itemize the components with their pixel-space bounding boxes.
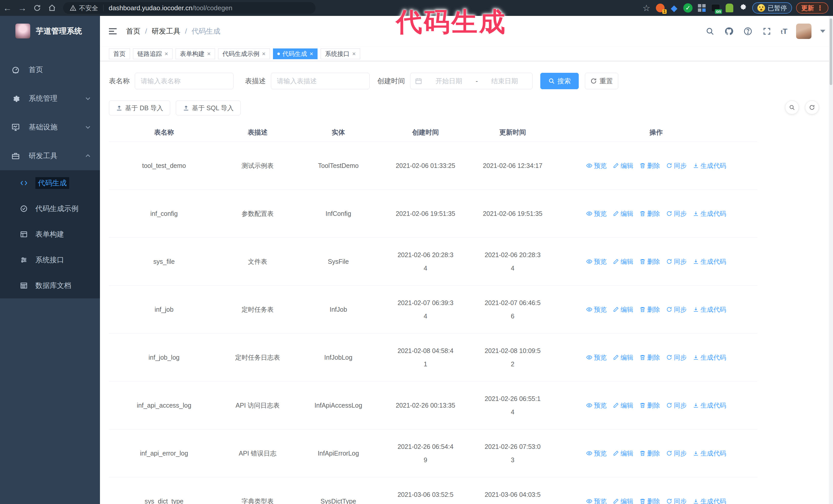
sync-link[interactable]: 同步 <box>666 447 687 460</box>
sync-link[interactable]: 同步 <box>666 399 687 412</box>
delete-link[interactable]: 删除 <box>640 351 660 364</box>
import-db-button[interactable]: 基于 DB 导入 <box>109 100 170 115</box>
reload-icon[interactable] <box>30 2 45 14</box>
import-sql-button[interactable]: 基于 SQL 导入 <box>176 100 241 115</box>
not-secure-warning[interactable]: 不安全 <box>70 4 98 12</box>
generate-code-link[interactable]: 生成代码 <box>693 351 726 364</box>
edit-link[interactable]: 编辑 <box>613 495 633 504</box>
sync-link[interactable]: 同步 <box>666 159 687 172</box>
breadcrumb-devtools[interactable]: 研发工具 <box>152 26 181 36</box>
sidebar-item-codegen[interactable]: 代码生成 <box>0 170 100 196</box>
search-button[interactable]: 搜索 <box>540 73 579 89</box>
edit-link[interactable]: 编辑 <box>613 447 633 460</box>
back-icon[interactable]: ← <box>0 2 15 14</box>
toggle-search-button[interactable] <box>785 100 799 114</box>
delete-link[interactable]: 删除 <box>640 447 660 460</box>
help-icon[interactable] <box>743 26 753 37</box>
sidebar-item-db-doc[interactable]: 数据库文档 <box>0 273 100 298</box>
date-range-picker[interactable]: 开始日期 - 结束日期 <box>410 73 532 89</box>
sync-link[interactable]: 同步 <box>666 207 687 220</box>
generate-code-link[interactable]: 生成代码 <box>693 255 726 268</box>
avatar[interactable] <box>796 24 811 39</box>
preview-link[interactable]: 预览 <box>586 207 607 220</box>
kebab-menu-icon[interactable]: ⋮ <box>816 4 823 12</box>
generate-code-link[interactable]: 生成代码 <box>693 399 726 412</box>
sync-link[interactable]: 同步 <box>666 303 687 316</box>
tab-home[interactable]: 首页 <box>109 48 130 59</box>
generate-code-link[interactable]: 生成代码 <box>693 495 726 504</box>
sidebar-item-system-api[interactable]: 系统接口 <box>0 247 100 273</box>
preview-link[interactable]: 预览 <box>586 495 607 504</box>
edit-link[interactable]: 编辑 <box>613 159 633 172</box>
sidebar-item-form-builder[interactable]: 表单构建 <box>0 221 100 247</box>
avatar-caret-icon[interactable] <box>820 30 825 33</box>
close-icon[interactable]: × <box>262 50 265 57</box>
edit-link[interactable]: 编辑 <box>613 399 633 412</box>
extension-icon-green-figure[interactable] <box>724 3 734 13</box>
close-icon[interactable]: × <box>310 50 313 57</box>
sidebar-item-infra[interactable]: 基础设施 <box>0 113 100 142</box>
sidebar-item-home[interactable]: 首页 <box>0 55 100 84</box>
delete-link[interactable]: 删除 <box>640 399 660 412</box>
fullscreen-icon[interactable] <box>762 26 772 37</box>
generate-code-link[interactable]: 生成代码 <box>693 207 726 220</box>
extension-icon-orange[interactable]: 1 <box>656 3 665 13</box>
update-button[interactable]: 更新 ⋮ <box>796 2 828 14</box>
paused-chip[interactable]: 已暂停 <box>752 2 792 14</box>
page-scrollbar[interactable] <box>829 16 833 504</box>
edit-link[interactable]: 编辑 <box>613 351 633 364</box>
tab-codegen-demo[interactable]: 代码生成示例× <box>218 48 270 59</box>
github-icon[interactable] <box>724 26 734 37</box>
preview-link[interactable]: 预览 <box>586 399 607 412</box>
extension-icon-dark[interactable]: on <box>711 3 720 13</box>
generate-code-link[interactable]: 生成代码 <box>693 303 726 316</box>
preview-link[interactable]: 预览 <box>586 351 607 364</box>
extension-icon-green-check[interactable]: ✓ <box>683 3 693 13</box>
close-icon[interactable]: × <box>352 50 356 57</box>
generate-code-link[interactable]: 生成代码 <box>693 447 726 460</box>
forward-icon[interactable]: → <box>15 2 30 14</box>
sync-link[interactable]: 同步 <box>666 495 687 504</box>
edit-link[interactable]: 编辑 <box>613 303 633 316</box>
extension-icon-gem[interactable]: ◆ <box>669 3 679 13</box>
scrollbar-thumb[interactable] <box>830 19 832 85</box>
sidebar-item-codegen-demo[interactable]: 代码生成示例 <box>0 196 100 221</box>
delete-link[interactable]: 删除 <box>640 303 660 316</box>
tab-codegen[interactable]: 代码生成× <box>273 48 317 59</box>
close-icon[interactable]: × <box>165 50 168 57</box>
preview-link[interactable]: 预览 <box>586 447 607 460</box>
generate-code-link[interactable]: 生成代码 <box>693 159 726 172</box>
preview-link[interactable]: 预览 <box>586 159 607 172</box>
app-logo-row[interactable]: 芋道管理系统 <box>0 16 100 46</box>
delete-link[interactable]: 删除 <box>640 255 660 268</box>
hamburger-icon[interactable] <box>108 26 119 37</box>
breadcrumb-home[interactable]: 首页 <box>126 26 140 36</box>
refresh-button[interactable] <box>805 100 819 114</box>
reset-button[interactable]: 重置 <box>585 73 618 89</box>
sync-link[interactable]: 同步 <box>666 351 687 364</box>
sync-link[interactable]: 同步 <box>666 255 687 268</box>
delete-link[interactable]: 删除 <box>640 159 660 172</box>
font-size-icon[interactable]: tT <box>781 27 787 35</box>
table-name-input[interactable] <box>135 73 234 89</box>
tab-form-builder[interactable]: 表单构建× <box>175 48 215 59</box>
home-icon[interactable] <box>45 2 60 14</box>
search-icon[interactable] <box>705 26 715 37</box>
delete-link[interactable]: 删除 <box>640 207 660 220</box>
table-desc-input[interactable] <box>271 73 370 89</box>
edit-link[interactable]: 编辑 <box>613 255 633 268</box>
address-bar[interactable]: 不安全 dashboard.yudao.iocoder.cn/tool/code… <box>63 2 315 14</box>
edit-link[interactable]: 编辑 <box>613 207 633 220</box>
delete-link[interactable]: 删除 <box>640 495 660 504</box>
preview-link[interactable]: 预览 <box>586 255 607 268</box>
sidebar-item-devtools[interactable]: 研发工具 <box>0 142 100 170</box>
preview-link[interactable]: 预览 <box>586 303 607 316</box>
sidebar-item-label: 首页 <box>29 65 91 75</box>
tab-trace[interactable]: 链路追踪× <box>133 48 172 59</box>
sidebar-item-system[interactable]: 系统管理 <box>0 84 100 113</box>
extensions-puzzle-icon[interactable] <box>738 3 748 13</box>
close-icon[interactable]: × <box>207 50 211 57</box>
extension-icon-grid[interactable] <box>697 3 707 13</box>
bookmark-star-icon[interactable]: ☆ <box>642 3 651 13</box>
tab-system-api[interactable]: 系统接口× <box>320 48 360 59</box>
